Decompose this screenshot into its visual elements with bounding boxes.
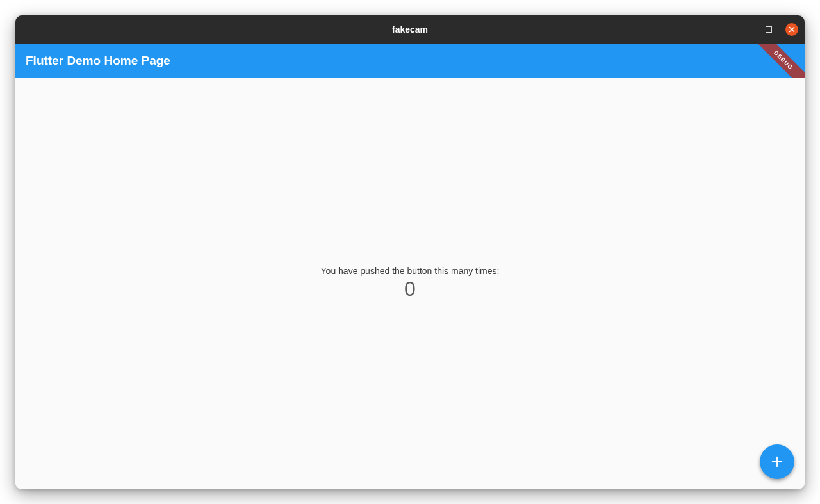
debug-banner-label: DEBUG bbox=[773, 49, 794, 71]
minimize-button[interactable] bbox=[739, 23, 752, 36]
window-titlebar: fakecam bbox=[15, 15, 805, 44]
app-bar-title: Flutter Demo Home Page bbox=[26, 54, 170, 68]
counter-caption: You have pushed the button this many tim… bbox=[321, 266, 500, 276]
close-icon bbox=[789, 26, 795, 33]
increment-fab[interactable] bbox=[760, 444, 794, 479]
app-bar: Flutter Demo Home Page DEBUG bbox=[15, 44, 805, 78]
counter-value: 0 bbox=[404, 277, 416, 301]
window-controls bbox=[739, 15, 798, 44]
window-title: fakecam bbox=[392, 24, 428, 35]
maximize-button[interactable] bbox=[762, 23, 775, 36]
close-button[interactable] bbox=[785, 23, 798, 36]
application-window: fakecam Flutter Demo Home Page DEBUG You… bbox=[15, 15, 805, 489]
body-content: You have pushed the button this many tim… bbox=[15, 78, 805, 489]
add-icon bbox=[770, 455, 784, 469]
